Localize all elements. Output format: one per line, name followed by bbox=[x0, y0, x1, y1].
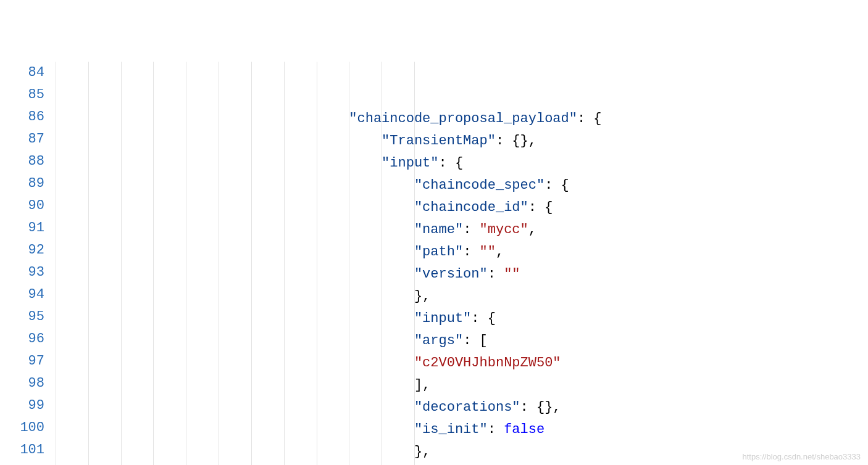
code-line[interactable]: "input": { bbox=[56, 152, 868, 175]
code-line[interactable]: "chaincode_spec": { bbox=[56, 175, 868, 197]
token-key: "args" bbox=[414, 333, 463, 348]
line-number: 95 bbox=[0, 306, 44, 328]
token-punc: : { bbox=[545, 178, 569, 193]
line-number: 97 bbox=[0, 350, 44, 372]
token-punc: : { bbox=[439, 155, 464, 171]
token-bool: false bbox=[504, 422, 545, 437]
code-line[interactable]: "is_init": false bbox=[56, 419, 868, 441]
token-punc: : bbox=[463, 244, 479, 260]
line-number: 93 bbox=[0, 261, 44, 284]
line-number: 84 bbox=[0, 62, 44, 84]
code-line[interactable]: ], bbox=[56, 374, 868, 397]
line-number: 100 bbox=[0, 417, 44, 439]
token-str: "mycc" bbox=[480, 222, 528, 237]
code-line[interactable]: "chaincode_id": { bbox=[56, 197, 868, 219]
token-key: "is_init" bbox=[414, 422, 488, 437]
token-punc: : [ bbox=[463, 333, 488, 348]
token-punc: }, bbox=[414, 289, 430, 304]
line-number: 96 bbox=[0, 328, 44, 350]
line-number: 86 bbox=[0, 106, 44, 128]
token-punc: , bbox=[496, 244, 504, 260]
token-key: "name" bbox=[414, 222, 463, 237]
code-line[interactable]: "decorations": {}, bbox=[56, 397, 868, 419]
line-number: 90 bbox=[0, 195, 44, 217]
token-key: "chaincode_proposal_payload" bbox=[349, 111, 577, 126]
code-line[interactable]: }, bbox=[56, 286, 868, 308]
code-line[interactable]: "path": "", bbox=[56, 241, 868, 263]
token-punc: : {}, bbox=[520, 400, 561, 415]
token-punc: : bbox=[488, 422, 504, 437]
code-area[interactable]: "chaincode_proposal_payload": { "Transie… bbox=[56, 62, 868, 465]
line-number: 94 bbox=[0, 284, 44, 306]
line-number: 102 bbox=[0, 461, 44, 465]
token-punc: ], bbox=[414, 377, 430, 393]
token-str: "" bbox=[480, 244, 496, 260]
line-number-gutter: 8485868788899091929394959697989910010110… bbox=[0, 62, 56, 465]
token-key: "TransientMap" bbox=[382, 133, 496, 149]
code-line[interactable]: "TransientMap": {}, bbox=[56, 130, 868, 152]
line-number: 92 bbox=[0, 239, 44, 261]
code-line[interactable]: "chaincode_proposal_payload": { bbox=[56, 108, 868, 130]
token-key: "version" bbox=[414, 266, 488, 282]
token-key: "chaincode_spec" bbox=[414, 178, 545, 193]
code-editor[interactable]: 8485868788899091929394959697989910010110… bbox=[0, 62, 868, 465]
line-number: 85 bbox=[0, 84, 44, 106]
line-number: 88 bbox=[0, 150, 44, 173]
token-punc: : {}, bbox=[496, 133, 536, 149]
code-line[interactable]: "input": { bbox=[56, 308, 868, 330]
code-lines: "chaincode_proposal_payload": { "Transie… bbox=[56, 108, 868, 465]
token-punc: : bbox=[488, 266, 504, 282]
line-number: 101 bbox=[0, 439, 44, 461]
token-key: "decorations" bbox=[414, 400, 520, 415]
line-number: 89 bbox=[0, 173, 44, 195]
code-line[interactable]: "args": [ bbox=[56, 330, 868, 352]
line-number: 91 bbox=[0, 217, 44, 239]
token-str: "" bbox=[504, 266, 520, 282]
token-key: "path" bbox=[414, 244, 463, 260]
token-key: "input" bbox=[414, 311, 471, 326]
code-line[interactable]: "c2V0VHJhbnNpZW50" bbox=[56, 352, 868, 374]
token-punc: : bbox=[463, 222, 479, 237]
code-line[interactable]: "version": "" bbox=[56, 263, 868, 286]
code-line[interactable]: "name": "mycc", bbox=[56, 219, 868, 241]
line-number: 99 bbox=[0, 395, 44, 417]
token-punc: : { bbox=[528, 200, 553, 215]
token-key: "input" bbox=[382, 155, 438, 171]
token-punc: , bbox=[528, 222, 536, 237]
token-str: "c2V0VHJhbnNpZW50" bbox=[414, 355, 561, 371]
watermark-text: https://blog.csdn.net/shebao3333 bbox=[742, 452, 861, 461]
token-punc: }, bbox=[414, 444, 430, 459]
line-number: 98 bbox=[0, 372, 44, 395]
line-number: 87 bbox=[0, 128, 44, 150]
token-punc: : { bbox=[577, 111, 602, 126]
token-key: "chaincode_id" bbox=[414, 200, 528, 215]
token-punc: : { bbox=[471, 311, 496, 326]
